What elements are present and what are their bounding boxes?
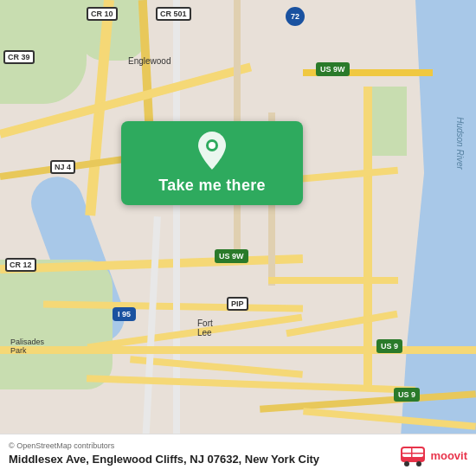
bottom-left: © OpenStreetMap contributors Middlesex A… [9,441,319,466]
road [0,346,476,354]
place-label-fort-lee: FortLee [197,318,213,338]
road [173,0,180,476]
road [268,277,398,284]
route-badge-nj4: NJ 4 [50,160,75,174]
route-badge-us9w-mid: US 9W [215,249,248,263]
route-badge-pip: PIP [227,297,248,311]
svg-point-5 [416,461,421,466]
place-label-englewood: Englewood [128,56,170,66]
route-badge-72: 72 [286,7,305,26]
route-badge-us9w-top: US 9W [316,62,350,76]
road [363,87,372,389]
take-me-there-button[interactable]: Take me there [121,121,303,205]
moovit-icon [399,441,427,469]
moovit-logo: moovit [399,441,467,469]
svg-point-4 [404,461,409,466]
location-pin-icon [196,132,228,170]
hudson-river-label: Hudson River [455,117,465,170]
moovit-text: moovit [430,449,467,462]
take-me-there-label: Take me there [158,177,266,195]
route-badge-cr501: CR 501 [156,7,191,21]
attribution-text: © OpenStreetMap contributors [9,441,319,450]
route-badge-i95: I 95 [113,307,136,321]
route-badge-us9-bottom: US 9 [376,339,402,353]
route-badge-cr12: CR 12 [5,258,36,272]
route-badge-us9-lower: US 9 [394,388,420,402]
route-badge-cr10: CR 10 [87,7,118,21]
route-badge-cr39: CR 39 [3,50,35,64]
place-label-palisades-park: PalisadesPark [10,338,44,355]
svg-point-1 [209,142,215,149]
svg-rect-7 [402,453,423,454]
bottom-bar: © OpenStreetMap contributors Middlesex A… [0,434,476,476]
address-text: Middlesex Ave, Englewood Cliffs, NJ 0763… [9,453,319,466]
green-area [0,260,113,389]
map-container: Englewood PalisadesPark FortLee Hudson R… [0,0,476,476]
